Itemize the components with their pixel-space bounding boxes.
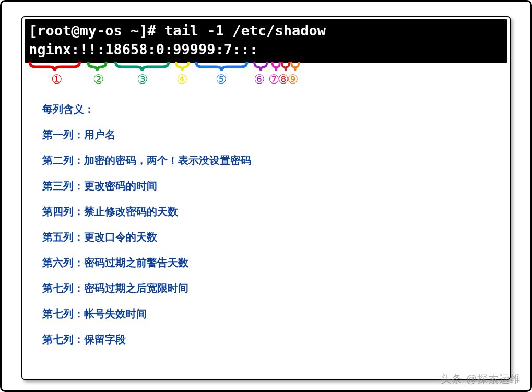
brace-label: ⑥ <box>254 72 265 87</box>
explain-row: 第一列：用户名 <box>42 128 510 142</box>
explain-header: 每列含义： <box>42 102 510 116</box>
explain-row: 第三列：更改密码的时间 <box>42 179 510 193</box>
watermark: 头条 @探索运维 <box>441 372 521 386</box>
brace-annotation-row: ①②③④⑤⑥⑦⑧⑨ <box>22 62 510 86</box>
terminal-output: nginx:!!:18658:0:99999:7::: <box>29 41 258 57</box>
brace-label: ⑨ <box>287 72 299 87</box>
brace-icon <box>291 62 299 71</box>
brace-icon <box>88 62 106 71</box>
brace-icon <box>176 62 188 71</box>
brace-icon <box>273 62 280 71</box>
terminal-prompt: [root@my-os ~]# <box>29 22 164 39</box>
outer-frame: [root@my-os ~]# tail -1 /etc/shadow ngin… <box>0 0 532 392</box>
brace-label: ② <box>93 72 104 87</box>
explain-row: 第七列：密码过期之后宽限时间 <box>42 281 510 295</box>
brace-icon <box>30 62 79 71</box>
brace-label: ④ <box>176 72 188 87</box>
explain-row: 第二列：加密的密码，两个！表示没设置密码 <box>42 153 510 168</box>
explain-row: 第七列：帐号失效时间 <box>42 307 510 321</box>
brace-icon <box>115 62 168 71</box>
explain-row: 第四列：禁止修改密码的天数 <box>42 205 510 219</box>
explanation-block: 每列含义： 第一列：用户名第二列：加密的密码，两个！表示没设置密码第三列：更改密… <box>22 86 510 347</box>
brace-label: ⑤ <box>216 72 227 87</box>
brace-label: ③ <box>137 72 148 87</box>
terminal-command: tail -1 /etc/shadow <box>164 22 326 39</box>
terminal: [root@my-os ~]# tail -1 /etc/shadow ngin… <box>25 19 507 63</box>
brace-icon <box>254 62 267 71</box>
explain-row: 第七列：保留字段 <box>42 332 510 347</box>
brace-icon <box>196 62 247 71</box>
explain-row: 第五列：更改口令的天数 <box>42 230 510 244</box>
brace-icon <box>282 62 289 71</box>
explain-row: 第六列：密码过期之前警告天数 <box>42 256 510 270</box>
brace-label: ① <box>51 72 63 87</box>
inner-card: [root@my-os ~]# tail -1 /etc/shadow ngin… <box>21 16 511 380</box>
